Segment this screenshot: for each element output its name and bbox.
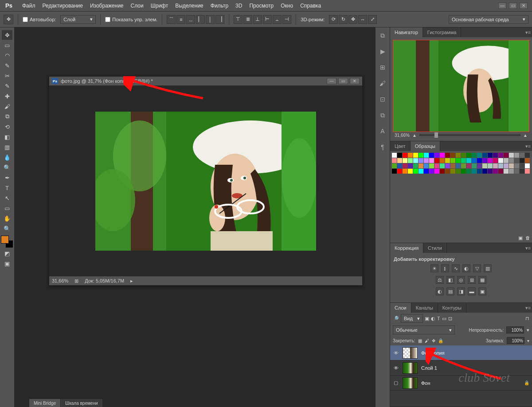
align-left-icon[interactable]: ▏	[196, 15, 205, 24]
menu-view[interactable]: Просмотр	[246, 0, 277, 11]
menu-edit[interactable]: Редактирование	[39, 0, 86, 11]
distribute-right-icon[interactable]: ⊣	[282, 15, 291, 24]
lock-all-icon[interactable]: 🔒	[438, 338, 443, 343]
swatch[interactable]	[419, 158, 423, 163]
layer-row[interactable]: ▢ Фон 🔒	[390, 376, 532, 391]
timeline-tab[interactable]: Шкала времени	[61, 399, 102, 407]
swatch[interactable]	[440, 153, 445, 158]
histogram-tab[interactable]: Гистограмма	[423, 27, 462, 37]
type-tool[interactable]: T	[2, 183, 12, 193]
lock-transparency-icon[interactable]: ▦	[418, 338, 422, 343]
swatch[interactable]	[413, 163, 418, 168]
status-icon[interactable]: ⊞	[74, 278, 78, 284]
eraser-tool[interactable]: ◧	[2, 132, 12, 142]
layer-name[interactable]: Фон копия	[421, 350, 445, 356]
swatch[interactable]	[456, 158, 461, 163]
swatch[interactable]	[445, 163, 450, 168]
swatch[interactable]	[419, 153, 423, 158]
workspace-select[interactable]: Основная рабочая среда▾	[449, 15, 528, 24]
bw-adjustment-icon[interactable]: ◧	[446, 276, 454, 284]
distribute-vcenter-icon[interactable]: ≣	[243, 15, 252, 24]
auto-select-checkbox[interactable]: Автовыбор:	[23, 17, 56, 22]
layers-tab[interactable]: Слои	[390, 303, 411, 313]
app-minimize-button[interactable]: —	[498, 3, 506, 9]
menu-help[interactable]: Справка	[297, 0, 325, 11]
align-bottom-icon[interactable]: ⎵	[186, 15, 195, 24]
document-window[interactable]: Ps фото.jpg @ 31,7% (Фон копия, RGB/8#) …	[49, 76, 363, 286]
swatch[interactable]	[450, 169, 455, 174]
selective-color-adjustment-icon[interactable]: ▣	[478, 287, 486, 295]
swatch[interactable]	[525, 153, 530, 158]
threshold-adjustment-icon[interactable]: ◨	[457, 287, 465, 295]
navigator-tab[interactable]: Навигатор	[390, 27, 423, 37]
doc-info-more-icon[interactable]: ▸	[130, 278, 133, 284]
swatch[interactable]	[408, 153, 413, 158]
swatch[interactable]	[429, 153, 434, 158]
screen-mode-tool[interactable]: ▣	[2, 259, 12, 268]
layer-visibility-icon[interactable]: 👁	[393, 350, 399, 356]
swatch[interactable]	[456, 169, 461, 174]
swatch[interactable]	[514, 169, 519, 174]
layer-filter-kind-select[interactable]: Вид▾	[401, 314, 423, 323]
exposure-adjustment-icon[interactable]: ◐	[462, 264, 470, 272]
layer-visibility-icon[interactable]: 👁	[393, 365, 399, 371]
distribute-hcenter-icon[interactable]: ⫠	[273, 15, 282, 24]
channel-mixer-adjustment-icon[interactable]: ⊞	[468, 276, 476, 284]
swatch[interactable]	[504, 169, 509, 174]
swatch[interactable]	[397, 163, 402, 168]
styles-tab[interactable]: Стили	[423, 243, 447, 253]
swatch[interactable]	[440, 169, 445, 174]
swatch[interactable]	[456, 163, 461, 168]
swatch[interactable]	[493, 163, 498, 168]
swatch[interactable]	[397, 153, 402, 158]
correction-tab[interactable]: Коррекция	[390, 243, 423, 253]
swatch[interactable]	[509, 163, 514, 168]
swatch[interactable]	[472, 163, 477, 168]
layer-row[interactable]: 👁 Фон копия	[390, 345, 532, 360]
swatch[interactable]	[397, 169, 402, 174]
invert-adjustment-icon[interactable]: ◐	[436, 287, 444, 295]
layer-thumbnail[interactable]	[403, 347, 418, 359]
search-icon[interactable]: 🔎	[393, 316, 399, 322]
swatch[interactable]	[498, 169, 503, 174]
healing-brush-tool[interactable]: ✚	[2, 91, 12, 101]
swatch[interactable]	[445, 169, 450, 174]
doc-minimize-button[interactable]: —	[327, 78, 336, 84]
color-panel-menu-icon[interactable]: ▾≡	[524, 141, 532, 151]
menu-layers[interactable]: Слои	[127, 0, 147, 11]
filter-toggle-icon[interactable]: ⊓	[525, 316, 529, 322]
swatch[interactable]	[498, 153, 503, 158]
3d-pan-icon[interactable]: ✥	[348, 15, 357, 24]
swatch[interactable]	[424, 163, 429, 168]
zoom-level[interactable]: 31,66%	[52, 278, 68, 283]
brushes-panel-icon[interactable]: 🖌	[377, 78, 388, 89]
3d-roll-icon[interactable]: ↻	[339, 15, 348, 24]
correction-panel-menu-icon[interactable]: ▾≡	[524, 243, 532, 253]
filter-shape-icon[interactable]: ▭	[442, 316, 446, 322]
swatch[interactable]	[408, 169, 413, 174]
swatch[interactable]	[514, 163, 519, 168]
menu-select[interactable]: Выделение	[172, 0, 207, 11]
distribute-left-icon[interactable]: ⊢	[263, 15, 272, 24]
paragraph-panel-icon[interactable]: ¶	[377, 142, 388, 152]
zoom-in-icon[interactable]: ▲	[523, 133, 528, 138]
menu-type[interactable]: Шрифт	[147, 0, 172, 11]
navigator-zoom-slider[interactable]	[419, 134, 520, 136]
swatch[interactable]	[403, 153, 407, 158]
swatch[interactable]	[413, 153, 418, 158]
align-vcenter-icon[interactable]: ≡	[176, 15, 185, 24]
posterize-adjustment-icon[interactable]: ▤	[446, 287, 454, 295]
navigator-thumbnail[interactable]	[393, 40, 529, 132]
swatch[interactable]	[397, 158, 402, 163]
swatch[interactable]	[429, 169, 434, 174]
move-tool-preset-icon[interactable]: ✥	[4, 15, 13, 24]
swatch[interactable]	[419, 163, 423, 168]
navigator-zoom-value[interactable]: 31,66%	[395, 133, 410, 138]
swatches-tab[interactable]: Образцы	[411, 141, 440, 151]
menu-window[interactable]: Окно	[277, 0, 297, 11]
align-top-icon[interactable]: ⎴	[167, 15, 176, 24]
swatch[interactable]	[413, 169, 418, 174]
swatch[interactable]	[477, 169, 482, 174]
menu-image[interactable]: Изображение	[86, 0, 127, 11]
history-panel-icon[interactable]: ⧉	[377, 30, 388, 41]
